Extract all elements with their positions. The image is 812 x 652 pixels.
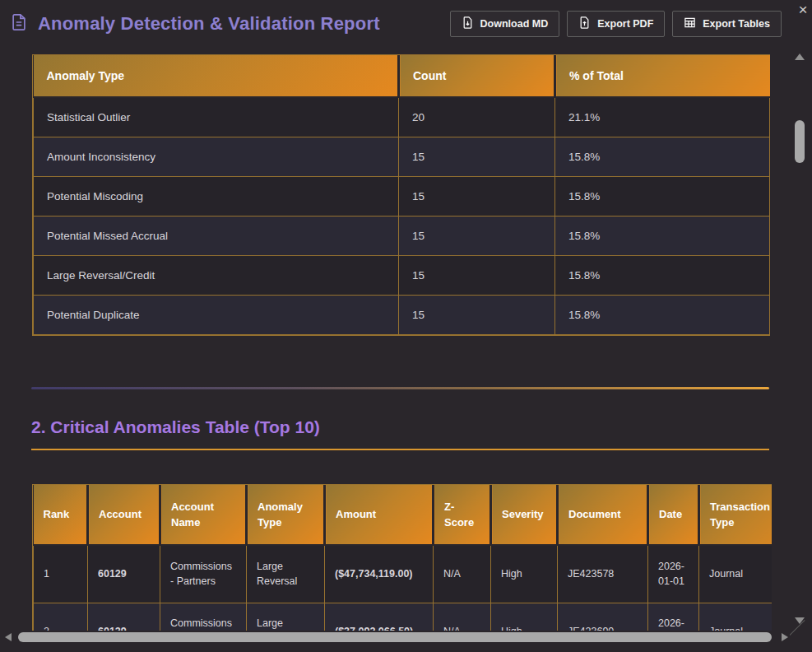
table-cell: 2 [34,603,88,631]
table-cell: Potential Duplicate [34,295,399,334]
column-header: Account Name [160,485,247,545]
report-scroll-viewport: Anomaly TypeCount% of TotalStatistical O… [0,0,790,631]
table-cell: 60129 [88,603,160,631]
vertical-scrollbar[interactable] [790,46,812,652]
table-cell: 15 [399,255,555,295]
column-header: Anomaly Type [34,55,399,97]
table-row: Statistical Outlier2021.1% [34,97,770,137]
export-tables-label: Export Tables [703,18,770,30]
table-grid-icon [684,16,696,31]
table-cell: 20 [399,97,555,137]
report-document-icon [10,12,28,35]
export-tables-button[interactable]: Export Tables [672,11,782,37]
table-cell: 2026-01-01 [648,545,699,603]
table-row: 260129Commissions - PartnersLarge Revers… [34,603,773,631]
column-header: Transaction Type [699,485,773,545]
table-cell: ($37,092,066.50) [325,603,434,631]
table-cell: Journal [699,603,773,631]
critical-anomalies-table-clip: RankAccountAccount NameAnomaly TypeAmoun… [32,484,772,631]
table-cell: Journal [699,545,773,603]
scroll-right-arrow-icon[interactable] [782,633,788,641]
table-cell: 1 [34,545,88,603]
column-header: Z-Score [434,485,491,545]
table-cell: 15.8% [555,137,770,176]
table-cell: 15 [399,137,555,176]
table-cell: Statistical Outlier [34,97,399,137]
export-file-icon [578,16,591,31]
column-header: Document [558,485,648,545]
table-cell: Potential Missed Accrual [34,216,399,255]
column-header: Amount [325,485,434,545]
download-md-button[interactable]: Download MD [450,11,560,37]
header-row: RankAccountAccount NameAnomaly TypeAmoun… [34,485,773,545]
column-header: % of Total [555,55,770,97]
close-icon[interactable]: × [795,2,811,18]
table-cell: 15 [399,295,555,334]
table-cell: ($47,734,119.00) [325,545,434,603]
table-row: Potential Duplicate1515.8% [34,295,770,334]
header-row: Anomaly TypeCount% of Total [34,55,770,97]
section-title-underline [31,449,769,450]
table-cell: Commissions - Partners [160,603,247,631]
table-row: Potential Missed Accrual1515.8% [34,216,770,255]
column-header: Anomaly Type [247,485,325,545]
table-cell: 2026-01-01 [648,603,699,631]
scroll-down-arrow-icon[interactable] [795,617,805,624]
table-cell: JE423690 [558,603,648,631]
section-divider [31,387,769,389]
table-row: Amount Inconsistency1515.8% [34,137,770,176]
download-file-icon [462,16,474,31]
horizontal-scrollbar[interactable] [0,631,790,644]
table-cell: Commissions - Partners [160,545,247,603]
column-header: Severity [491,485,558,545]
table-cell: 15 [399,216,555,255]
column-header: Count [399,55,555,97]
column-header: Rank [34,485,88,545]
table-cell: High [491,603,558,631]
scroll-up-arrow-icon[interactable] [795,54,805,60]
table-cell: 15.8% [555,176,770,216]
table-cell: 21.1% [555,97,770,137]
table-cell: 15 [399,176,555,216]
table-cell: High [491,545,558,603]
report-header: Anomaly Detection & Validation Report Do… [0,0,812,46]
export-pdf-label: Export PDF [597,18,653,30]
page-title: Anomaly Detection & Validation Report [38,13,380,35]
table-cell: Large Reversal [247,545,325,603]
table-cell: Large Reversal/Credit [34,255,399,295]
export-pdf-button[interactable]: Export PDF [567,11,665,37]
table-cell: Amount Inconsistency [34,137,399,176]
critical-anomalies-table-frame: RankAccountAccount NameAnomaly TypeAmoun… [32,484,772,631]
anomaly-summary-table-frame: Anomaly TypeCount% of TotalStatistical O… [32,54,770,336]
critical-anomalies-table: RankAccountAccount NameAnomaly TypeAmoun… [33,485,772,631]
table-cell: 15.8% [555,216,770,255]
table-cell: 60129 [88,545,160,603]
table-cell: Large Reversal [247,603,325,631]
table-cell: N/A [434,603,491,631]
export-toolbar: Download MD Export PDF Export Tables [450,11,782,37]
vertical-scrollbar-thumb[interactable] [795,120,805,163]
table-cell: 15.8% [555,255,770,295]
scroll-left-arrow-icon[interactable] [5,633,12,641]
horizontal-scrollbar-thumb[interactable] [18,632,772,642]
section-title: 2. Critical Anomalies Table (Top 10) [31,417,320,437]
table-cell: Potential Miscoding [34,176,399,216]
download-md-label: Download MD [480,18,549,30]
table-row: Potential Miscoding1515.8% [34,176,770,216]
anomaly-summary-table: Anomaly TypeCount% of TotalStatistical O… [33,55,770,335]
table-row: Large Reversal/Credit1515.8% [34,255,770,295]
column-header: Account [88,485,160,545]
table-cell: JE423578 [558,545,648,603]
table-cell: 15.8% [555,295,770,334]
table-cell: N/A [434,545,491,603]
column-header: Date [648,485,699,545]
table-row: 160129Commissions - PartnersLarge Revers… [34,545,773,603]
